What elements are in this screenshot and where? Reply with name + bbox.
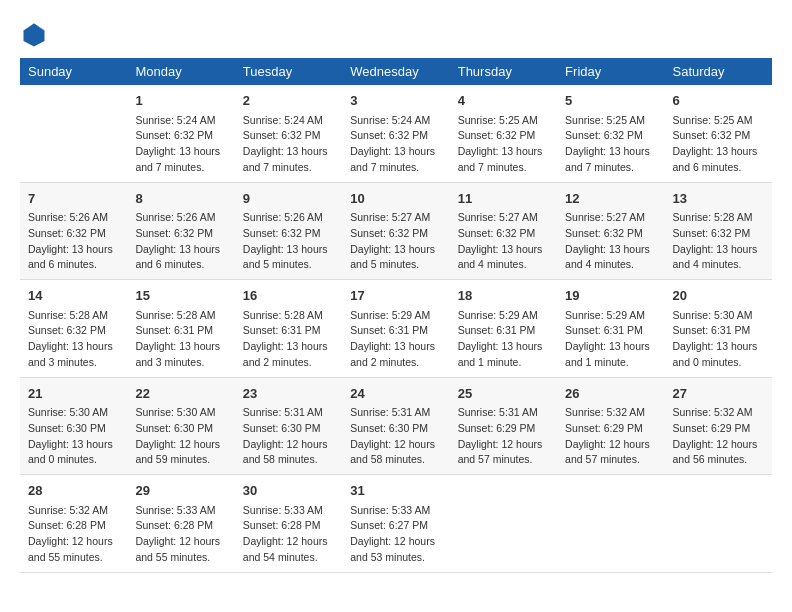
calendar-cell: 18Sunrise: 5:29 AMSunset: 6:31 PMDayligh… <box>450 280 557 378</box>
calendar-body: 1Sunrise: 5:24 AMSunset: 6:32 PMDaylight… <box>20 85 772 572</box>
day-info: Sunrise: 5:24 AMSunset: 6:32 PMDaylight:… <box>243 113 334 176</box>
logo-icon <box>20 20 48 48</box>
day-info: Sunrise: 5:32 AMSunset: 6:29 PMDaylight:… <box>565 405 656 468</box>
day-number: 30 <box>243 481 334 501</box>
header-cell-saturday: Saturday <box>665 58 772 85</box>
day-info: Sunrise: 5:27 AMSunset: 6:32 PMDaylight:… <box>350 210 441 273</box>
day-info: Sunrise: 5:24 AMSunset: 6:32 PMDaylight:… <box>135 113 226 176</box>
day-number: 20 <box>673 286 764 306</box>
header-row: SundayMondayTuesdayWednesdayThursdayFrid… <box>20 58 772 85</box>
header-cell-tuesday: Tuesday <box>235 58 342 85</box>
calendar-cell: 12Sunrise: 5:27 AMSunset: 6:32 PMDayligh… <box>557 182 664 280</box>
day-number: 5 <box>565 91 656 111</box>
day-info: Sunrise: 5:28 AMSunset: 6:32 PMDaylight:… <box>28 308 119 371</box>
header-cell-wednesday: Wednesday <box>342 58 449 85</box>
header-cell-monday: Monday <box>127 58 234 85</box>
calendar-cell <box>20 85 127 182</box>
day-info: Sunrise: 5:25 AMSunset: 6:32 PMDaylight:… <box>673 113 764 176</box>
day-number: 12 <box>565 189 656 209</box>
calendar-header: SundayMondayTuesdayWednesdayThursdayFrid… <box>20 58 772 85</box>
calendar-cell: 27Sunrise: 5:32 AMSunset: 6:29 PMDayligh… <box>665 377 772 475</box>
calendar-cell: 26Sunrise: 5:32 AMSunset: 6:29 PMDayligh… <box>557 377 664 475</box>
day-number: 16 <box>243 286 334 306</box>
day-info: Sunrise: 5:29 AMSunset: 6:31 PMDaylight:… <box>458 308 549 371</box>
day-info: Sunrise: 5:31 AMSunset: 6:30 PMDaylight:… <box>243 405 334 468</box>
calendar-cell: 16Sunrise: 5:28 AMSunset: 6:31 PMDayligh… <box>235 280 342 378</box>
calendar-cell: 13Sunrise: 5:28 AMSunset: 6:32 PMDayligh… <box>665 182 772 280</box>
day-info: Sunrise: 5:29 AMSunset: 6:31 PMDaylight:… <box>565 308 656 371</box>
day-info: Sunrise: 5:33 AMSunset: 6:27 PMDaylight:… <box>350 503 441 566</box>
day-number: 24 <box>350 384 441 404</box>
day-number: 9 <box>243 189 334 209</box>
day-number: 22 <box>135 384 226 404</box>
day-number: 10 <box>350 189 441 209</box>
day-info: Sunrise: 5:26 AMSunset: 6:32 PMDaylight:… <box>243 210 334 273</box>
calendar-cell: 6Sunrise: 5:25 AMSunset: 6:32 PMDaylight… <box>665 85 772 182</box>
day-number: 31 <box>350 481 441 501</box>
calendar-cell: 29Sunrise: 5:33 AMSunset: 6:28 PMDayligh… <box>127 475 234 573</box>
calendar-cell: 24Sunrise: 5:31 AMSunset: 6:30 PMDayligh… <box>342 377 449 475</box>
calendar-cell: 21Sunrise: 5:30 AMSunset: 6:30 PMDayligh… <box>20 377 127 475</box>
day-number: 21 <box>28 384 119 404</box>
calendar-table: SundayMondayTuesdayWednesdayThursdayFrid… <box>20 58 772 573</box>
day-info: Sunrise: 5:26 AMSunset: 6:32 PMDaylight:… <box>28 210 119 273</box>
calendar-cell: 3Sunrise: 5:24 AMSunset: 6:32 PMDaylight… <box>342 85 449 182</box>
day-number: 11 <box>458 189 549 209</box>
calendar-cell: 31Sunrise: 5:33 AMSunset: 6:27 PMDayligh… <box>342 475 449 573</box>
day-info: Sunrise: 5:28 AMSunset: 6:32 PMDaylight:… <box>673 210 764 273</box>
calendar-cell: 15Sunrise: 5:28 AMSunset: 6:31 PMDayligh… <box>127 280 234 378</box>
header-cell-sunday: Sunday <box>20 58 127 85</box>
day-number: 3 <box>350 91 441 111</box>
header-cell-friday: Friday <box>557 58 664 85</box>
logo <box>20 20 50 48</box>
calendar-cell: 1Sunrise: 5:24 AMSunset: 6:32 PMDaylight… <box>127 85 234 182</box>
calendar-cell: 20Sunrise: 5:30 AMSunset: 6:31 PMDayligh… <box>665 280 772 378</box>
day-number: 6 <box>673 91 764 111</box>
calendar-cell: 11Sunrise: 5:27 AMSunset: 6:32 PMDayligh… <box>450 182 557 280</box>
day-number: 7 <box>28 189 119 209</box>
day-number: 14 <box>28 286 119 306</box>
calendar-cell: 14Sunrise: 5:28 AMSunset: 6:32 PMDayligh… <box>20 280 127 378</box>
calendar-cell: 30Sunrise: 5:33 AMSunset: 6:28 PMDayligh… <box>235 475 342 573</box>
week-row-5: 28Sunrise: 5:32 AMSunset: 6:28 PMDayligh… <box>20 475 772 573</box>
day-number: 4 <box>458 91 549 111</box>
calendar-cell: 7Sunrise: 5:26 AMSunset: 6:32 PMDaylight… <box>20 182 127 280</box>
calendar-cell: 9Sunrise: 5:26 AMSunset: 6:32 PMDaylight… <box>235 182 342 280</box>
calendar-cell: 23Sunrise: 5:31 AMSunset: 6:30 PMDayligh… <box>235 377 342 475</box>
day-number: 15 <box>135 286 226 306</box>
day-number: 2 <box>243 91 334 111</box>
day-number: 27 <box>673 384 764 404</box>
calendar-cell: 5Sunrise: 5:25 AMSunset: 6:32 PMDaylight… <box>557 85 664 182</box>
calendar-cell: 2Sunrise: 5:24 AMSunset: 6:32 PMDaylight… <box>235 85 342 182</box>
day-info: Sunrise: 5:26 AMSunset: 6:32 PMDaylight:… <box>135 210 226 273</box>
day-number: 25 <box>458 384 549 404</box>
day-info: Sunrise: 5:33 AMSunset: 6:28 PMDaylight:… <box>243 503 334 566</box>
calendar-cell <box>665 475 772 573</box>
calendar-cell: 19Sunrise: 5:29 AMSunset: 6:31 PMDayligh… <box>557 280 664 378</box>
day-info: Sunrise: 5:32 AMSunset: 6:29 PMDaylight:… <box>673 405 764 468</box>
week-row-4: 21Sunrise: 5:30 AMSunset: 6:30 PMDayligh… <box>20 377 772 475</box>
day-number: 28 <box>28 481 119 501</box>
day-info: Sunrise: 5:31 AMSunset: 6:30 PMDaylight:… <box>350 405 441 468</box>
calendar-cell <box>450 475 557 573</box>
day-info: Sunrise: 5:28 AMSunset: 6:31 PMDaylight:… <box>135 308 226 371</box>
calendar-cell <box>557 475 664 573</box>
calendar-cell: 4Sunrise: 5:25 AMSunset: 6:32 PMDaylight… <box>450 85 557 182</box>
day-number: 17 <box>350 286 441 306</box>
day-number: 8 <box>135 189 226 209</box>
day-info: Sunrise: 5:25 AMSunset: 6:32 PMDaylight:… <box>565 113 656 176</box>
header-cell-thursday: Thursday <box>450 58 557 85</box>
calendar-cell: 22Sunrise: 5:30 AMSunset: 6:30 PMDayligh… <box>127 377 234 475</box>
day-number: 26 <box>565 384 656 404</box>
day-number: 23 <box>243 384 334 404</box>
day-info: Sunrise: 5:32 AMSunset: 6:28 PMDaylight:… <box>28 503 119 566</box>
day-info: Sunrise: 5:27 AMSunset: 6:32 PMDaylight:… <box>458 210 549 273</box>
day-number: 13 <box>673 189 764 209</box>
day-info: Sunrise: 5:28 AMSunset: 6:31 PMDaylight:… <box>243 308 334 371</box>
day-info: Sunrise: 5:27 AMSunset: 6:32 PMDaylight:… <box>565 210 656 273</box>
day-info: Sunrise: 5:25 AMSunset: 6:32 PMDaylight:… <box>458 113 549 176</box>
day-info: Sunrise: 5:31 AMSunset: 6:29 PMDaylight:… <box>458 405 549 468</box>
calendar-cell: 10Sunrise: 5:27 AMSunset: 6:32 PMDayligh… <box>342 182 449 280</box>
day-number: 19 <box>565 286 656 306</box>
day-number: 29 <box>135 481 226 501</box>
